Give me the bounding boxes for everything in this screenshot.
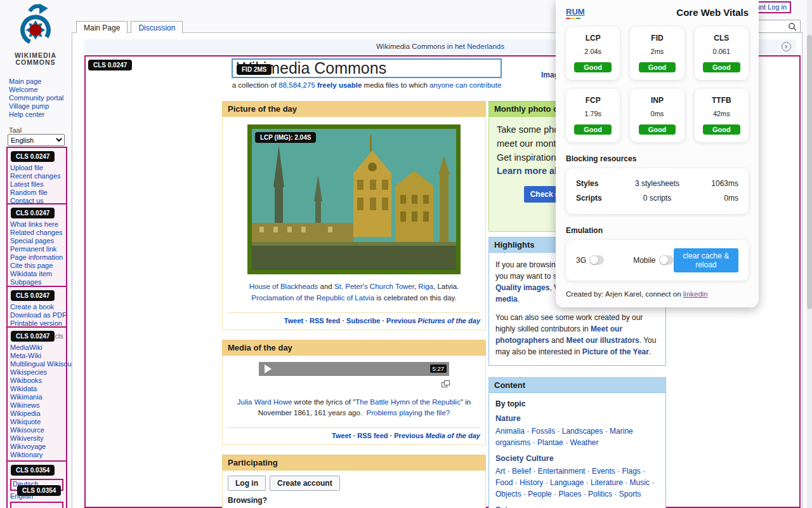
sidebar-link[interactable]: Create a book	[10, 303, 66, 311]
topic-link[interactable]: Music	[629, 478, 649, 487]
sidebar-nav-link[interactable]: Community portal	[9, 94, 63, 102]
potd-footer-link[interactable]: RSS feed	[310, 317, 340, 324]
file-count-link[interactable]: 88,584,275	[278, 81, 315, 89]
status-badge[interactable]: Good	[574, 124, 612, 135]
sidebar-link[interactable]: Wikisource	[10, 426, 66, 434]
sidebar-link[interactable]: Latest files	[10, 180, 66, 189]
status-badge[interactable]: Good	[574, 62, 612, 72]
topic-society-culture[interactable]: Society Culture	[495, 454, 659, 463]
topic-link[interactable]: Literature	[591, 478, 623, 487]
topic-link[interactable]: Animalia	[495, 427, 525, 436]
topic-link[interactable]: Entertainment	[538, 467, 586, 476]
sidebar-link[interactable]: Cite this page	[10, 262, 66, 270]
sidebar-link[interactable]: Wikipedia	[10, 410, 66, 418]
status-badge[interactable]: Good	[703, 62, 740, 72]
topic-link[interactable]: Landscapes	[562, 427, 603, 436]
sidebar-link[interactable]: Wikinews	[10, 401, 66, 410]
linkedin-link[interactable]: linkedin	[683, 290, 708, 298]
audio-player[interactable]: 5:27	[259, 362, 449, 376]
previous-potd-link[interactable]: Pictures of the day	[418, 317, 480, 324]
sidebar-link[interactable]: Special pages	[10, 237, 66, 245]
sidebar-link[interactable]: Wikibooks	[10, 377, 66, 385]
create-account-button[interactable]: Create account	[270, 476, 340, 491]
previous-motd-link[interactable]: Media of the day	[426, 432, 480, 439]
sidebar-link[interactable]: Upload file	[10, 164, 66, 172]
topic-link[interactable]: Plantae	[537, 438, 563, 447]
sidebar-link[interactable]: Permanent link	[10, 245, 66, 253]
popout-icon[interactable]	[442, 380, 450, 387]
rum-logo-text[interactable]: RUM	[566, 7, 585, 17]
st-peters-link[interactable]: St. Peter's Church Tower	[334, 283, 414, 290]
topic-link[interactable]: Politics	[588, 490, 612, 498]
sidebar-link[interactable]: Wikidata item	[10, 270, 66, 278]
potd-footer-link[interactable]: Tweet	[284, 317, 303, 324]
riga-link[interactable]: Riga	[418, 283, 433, 290]
motd-footer-link[interactable]: RSS feed	[357, 432, 388, 439]
sidebar-nav-link[interactable]: Village pump	[9, 102, 63, 110]
sidebar-link[interactable]: MediaWiki	[10, 344, 66, 352]
topic-link[interactable]: Language	[550, 478, 584, 487]
sidebar-link[interactable]: Wikiversity	[10, 434, 66, 443]
topic-nature[interactable]: Nature	[495, 414, 659, 423]
proclamation-link[interactable]: Proclamation of the Republic of Latvia	[251, 294, 374, 302]
sidebar-link[interactable]: Wikidata	[10, 385, 66, 393]
topic-link[interactable]: Flags	[622, 467, 640, 476]
picture-of-year-link[interactable]: Picture of the Year	[582, 347, 649, 356]
banner-close-icon[interactable]: ×	[782, 42, 791, 51]
contribute-link[interactable]: anyone can contribute	[429, 81, 501, 89]
house-of-blackheads-link[interactable]: House of Blackheads	[249, 283, 318, 290]
status-badge[interactable]: Good	[639, 124, 676, 135]
topic-link[interactable]: Objects	[495, 490, 521, 498]
julia-ward-howe-link[interactable]: Julia Ward Howe	[237, 398, 292, 406]
sidebar-link[interactable]: Multilingual Wikisource	[10, 360, 66, 368]
topic-link[interactable]: Food	[495, 478, 513, 487]
problems-playing-link[interactable]: Problems playing the file?	[367, 409, 450, 417]
sidebar-link[interactable]: Recent changes	[10, 172, 66, 180]
sidebar-nav-link[interactable]: Help center	[9, 110, 63, 119]
scrollbar-thumb[interactable]	[807, 35, 812, 309]
sidebar-link[interactable]: Wikivoyage	[10, 443, 66, 451]
sidebar-link[interactable]: Download as PDF	[10, 311, 66, 319]
potd-footer-link[interactable]: Subscribe	[346, 317, 380, 324]
topic-link[interactable]: Events	[592, 467, 615, 476]
topic-link[interactable]: Belief	[512, 467, 531, 476]
toggle-3g[interactable]	[589, 255, 604, 265]
previous-label[interactable]: Previous	[394, 432, 423, 439]
topic-link[interactable]: Weather	[570, 438, 598, 447]
sidebar-link[interactable]: Wiktionary	[10, 451, 66, 459]
freely-usable-link[interactable]: freely usable	[317, 81, 362, 89]
tab-main-page[interactable]: Main Page	[76, 21, 128, 33]
battle-hymn-link[interactable]: The Battle Hymn of the Republic	[355, 398, 461, 406]
previous-label[interactable]: Previous	[386, 317, 416, 324]
status-badge[interactable]: Good	[639, 62, 676, 72]
tab-discussion[interactable]: Discussion	[131, 21, 183, 33]
clear-cache-reload-button[interactable]: clear cache & reload	[674, 248, 738, 272]
sidebar-link[interactable]: Related changes	[10, 229, 66, 237]
sidebar-link[interactable]: Meta-Wiki	[10, 352, 66, 360]
play-icon[interactable]	[265, 364, 272, 373]
sidebar-link[interactable]: Wikispecies	[10, 368, 66, 377]
banner-link[interactable]: Nederlands	[467, 43, 504, 50]
rum-logo[interactable]: RUM	[566, 6, 585, 19]
topic-link[interactable]: People	[528, 490, 551, 498]
topic-link[interactable]: Fossils	[532, 427, 555, 436]
sidebar-link[interactable]: Wikiquote	[10, 418, 66, 426]
topic-science[interactable]: Science	[495, 505, 659, 508]
topic-link[interactable]: History	[520, 478, 543, 487]
sidebar-nav-link[interactable]: Welcome	[9, 86, 63, 94]
potd-image[interactable]: LCP (IMG): 2.04S	[247, 124, 461, 274]
sidebar-link[interactable]: What links here	[10, 220, 66, 229]
scrollbar-track[interactable]	[807, 0, 812, 508]
language-select[interactable]: English	[8, 134, 65, 146]
topic-link[interactable]: Art	[495, 467, 505, 476]
topic-link[interactable]: Places	[558, 490, 581, 498]
meet-illustrators-link[interactable]: Meet our illustrators	[566, 336, 639, 345]
topic-link[interactable]: Sports	[619, 490, 641, 498]
sidebar-link[interactable]: Random file	[10, 189, 66, 197]
quality-images-link[interactable]: Quality images	[495, 283, 549, 292]
sidebar-link[interactable]: Page information	[10, 253, 66, 262]
sidebar-nav-link[interactable]: Main page	[9, 77, 63, 86]
sidebar-link[interactable]: Wikimania	[10, 393, 66, 401]
toggle-mobile[interactable]	[659, 255, 674, 265]
status-badge[interactable]: Good	[703, 124, 740, 135]
